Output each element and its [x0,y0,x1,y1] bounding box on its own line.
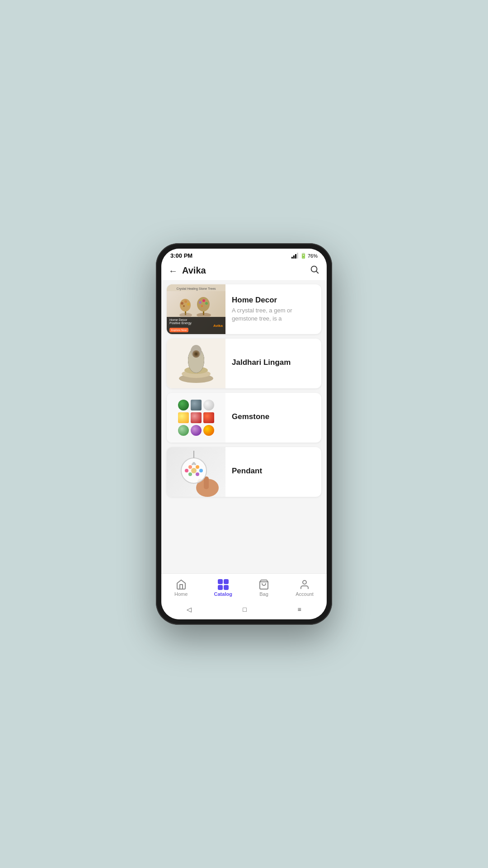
nav-label-home: Home [174,591,188,597]
svg-point-41 [303,580,306,584]
gemstone-title: Gemstone [232,412,315,421]
svg-point-10 [199,301,202,304]
svg-point-9 [197,297,210,311]
svg-point-5 [184,300,187,303]
status-bar: 3:00 PM 🔋 76% [161,249,327,261]
svg-point-6 [187,303,190,306]
pendant-title: Pendant [232,467,315,476]
status-time: 3:00 PM [170,252,192,259]
sys-home-button[interactable]: □ [234,604,255,615]
jaldhari-info: Jaldhari Lingam [225,339,321,388]
gemstone-info: Gemstone [225,393,321,443]
svg-point-13 [201,305,203,307]
svg-point-4 [181,302,183,305]
home-decor-image: Crystal Healing Stone Trees [167,284,225,334]
svg-point-12 [205,302,208,305]
pendant-info: Pendant [225,447,321,497]
svg-point-14 [179,313,192,316]
gemstone-image [167,393,225,443]
home-icon [176,579,187,590]
home-decor-info: Home Decor A crystal tree, a gem or gems… [225,284,321,334]
app-header: ← Avika [161,261,327,281]
svg-point-24 [195,353,197,355]
header-left: ← Avika [169,265,206,276]
svg-point-11 [202,299,205,302]
catalog-icon [218,579,229,590]
category-card-home-decor[interactable]: Crystal Healing Stone Trees [167,284,321,334]
content-area: Crystal Healing Stone Trees [161,281,327,573]
svg-point-33 [196,472,199,476]
svg-point-29 [191,468,197,473]
svg-point-32 [188,472,192,476]
system-navigation: ◁ □ ≡ [161,601,327,619]
back-button[interactable]: ← [169,266,178,275]
svg-point-7 [183,305,185,307]
svg-point-39 [194,463,196,465]
nav-item-catalog[interactable]: Catalog [207,577,239,599]
signal-icon [291,253,298,259]
nav-item-home[interactable]: Home [167,577,195,599]
jaldhari-title: Jaldhari Lingam [232,358,315,367]
account-icon [299,579,310,590]
svg-point-34 [185,469,188,472]
bag-icon [258,579,269,590]
phone-frame: 3:00 PM 🔋 76% ← Avika [156,243,332,625]
sys-menu-button[interactable]: ≡ [288,604,310,615]
category-card-gemstone[interactable]: Gemstone [167,393,321,443]
home-decor-desc: A crystal tree, a gem or gemstone tree, … [232,307,315,323]
phone-screen: 3:00 PM 🔋 76% ← Avika [161,249,327,619]
nav-label-bag: Bag [259,591,268,597]
pendant-image [167,447,225,497]
bottom-navigation: Home Catalog Bag [161,573,327,601]
category-card-jaldhari[interactable]: Jaldhari Lingam [167,339,321,388]
gem-grid [178,400,214,436]
svg-point-30 [188,465,192,469]
jaldhari-image [167,339,225,388]
category-card-pendant[interactable]: Pendant [167,447,321,497]
search-button[interactable] [310,264,319,277]
nav-label-catalog: Catalog [214,591,232,597]
svg-line-1 [316,271,318,273]
battery-icon: 🔋 76% [300,253,318,259]
nav-label-account: Account [296,591,314,597]
status-icons: 🔋 76% [291,253,318,259]
svg-point-31 [196,465,199,469]
sys-back-button[interactable]: ◁ [178,604,201,615]
svg-point-38 [192,463,193,465]
nav-item-account[interactable]: Account [288,577,321,599]
app-title: Avika [182,265,206,276]
svg-point-35 [199,469,203,472]
home-decor-title: Home Decor [232,296,315,305]
svg-point-15 [197,313,211,316]
svg-rect-27 [204,476,209,489]
nav-item-bag[interactable]: Bag [251,577,277,599]
